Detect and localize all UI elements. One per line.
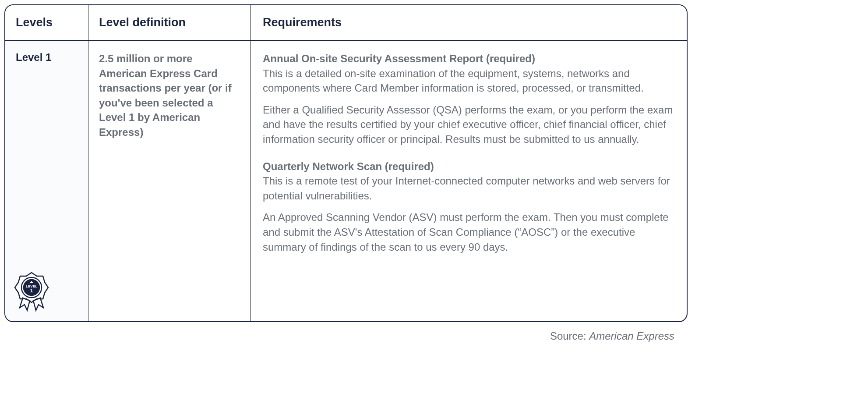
level-name: Level 1 bbox=[16, 51, 78, 64]
requirement-desc: This is a detailed on-site examination o… bbox=[263, 66, 674, 96]
header-requirements: Requirements bbox=[251, 5, 687, 40]
requirement-block: Quarterly Network Scan (required) This i… bbox=[263, 159, 674, 255]
svg-marker-6 bbox=[33, 298, 43, 310]
definition-text: 2.5 million or more American Express Car… bbox=[99, 51, 240, 140]
cell-requirements: Annual On-site Security Assessment Repor… bbox=[251, 41, 687, 321]
cell-level: Level 1 LEVEL 1 bbox=[5, 41, 88, 321]
level-badge-icon: LEVEL 1 bbox=[14, 271, 49, 312]
requirement-title: Quarterly Network Scan (required) bbox=[263, 159, 674, 174]
svg-marker-5 bbox=[20, 298, 30, 310]
header-definition: Level definition bbox=[88, 5, 251, 40]
cell-definition: 2.5 million or more American Express Car… bbox=[88, 41, 251, 321]
requirement-desc: Either a Qualified Security Assessor (QS… bbox=[263, 103, 674, 147]
svg-text:1: 1 bbox=[30, 288, 33, 293]
table-header-row: Levels Level definition Requirements bbox=[5, 5, 687, 41]
source-value: American Express bbox=[589, 330, 674, 342]
requirement-block: Annual On-site Security Assessment Repor… bbox=[263, 51, 674, 147]
compliance-table: Levels Level definition Requirements Lev… bbox=[4, 4, 688, 322]
table-row: Level 1 LEVEL 1 bbox=[5, 41, 687, 321]
requirement-title: Annual On-site Security Assessment Repor… bbox=[263, 51, 674, 66]
header-levels: Levels bbox=[5, 5, 88, 40]
requirement-desc: An Approved Scanning Vendor (ASV) must p… bbox=[263, 210, 674, 254]
source-label: Source: bbox=[550, 330, 589, 342]
requirement-desc: This is a remote test of your Internet-c… bbox=[263, 174, 674, 203]
source-citation: Source: American Express bbox=[4, 322, 688, 342]
